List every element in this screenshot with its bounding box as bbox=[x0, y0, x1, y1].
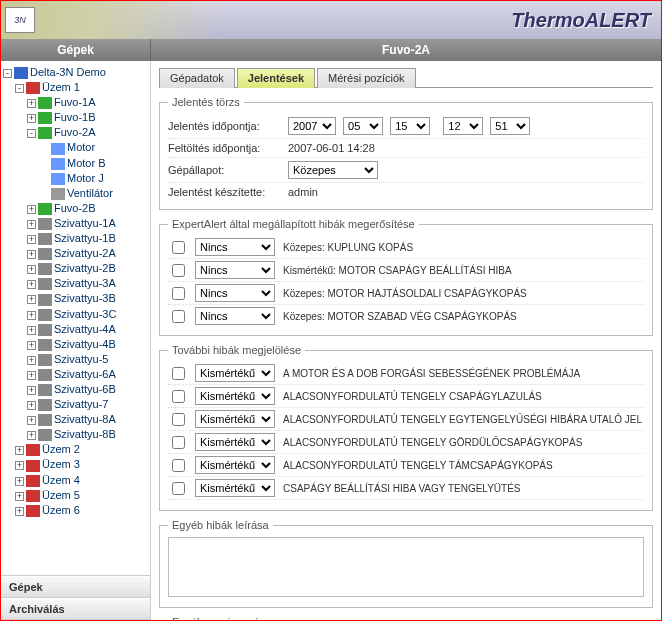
issue-checkbox[interactable] bbox=[172, 264, 185, 277]
textarea-egyeb-hibak[interactable] bbox=[168, 537, 644, 597]
tree-label[interactable]: Szivattyu-3A bbox=[54, 277, 116, 289]
expand-icon[interactable]: + bbox=[15, 446, 24, 455]
issue-severity-select[interactable]: Kismértékű bbox=[195, 456, 275, 474]
tree-label[interactable]: Szivattyu-3B bbox=[54, 292, 116, 304]
tree-sziv3a[interactable]: +Szivattyu-3A bbox=[3, 276, 148, 291]
nav-gepek[interactable]: Gépek bbox=[1, 576, 150, 598]
issue-checkbox[interactable] bbox=[172, 459, 185, 472]
select-year[interactable]: 2007 bbox=[288, 117, 336, 135]
expand-icon[interactable]: + bbox=[27, 311, 36, 320]
tree-sziv4b[interactable]: +Szivattyu-4B bbox=[3, 337, 148, 352]
tree-label[interactable]: Üzem 2 bbox=[42, 443, 80, 455]
select-day[interactable]: 15 bbox=[390, 117, 430, 135]
select-month[interactable]: 05 bbox=[343, 117, 383, 135]
expand-icon[interactable]: + bbox=[27, 295, 36, 304]
tree-sziv1a[interactable]: +Szivattyu-1A bbox=[3, 216, 148, 231]
expand-icon[interactable]: + bbox=[27, 99, 36, 108]
issue-checkbox[interactable] bbox=[172, 310, 185, 323]
tree-sziv3b[interactable]: +Szivattyu-3B bbox=[3, 291, 148, 306]
issue-checkbox[interactable] bbox=[172, 367, 185, 380]
tree-ventilator[interactable]: Ventilátor bbox=[3, 186, 148, 201]
issue-severity-select[interactable]: Nincs bbox=[195, 284, 275, 302]
expand-icon[interactable]: + bbox=[27, 235, 36, 244]
tree-label[interactable]: Szivattyu-1A bbox=[54, 217, 116, 229]
expand-icon[interactable]: + bbox=[27, 220, 36, 229]
tab-jelentesek[interactable]: Jelentések bbox=[237, 68, 315, 88]
issue-severity-select[interactable]: Kismértékű bbox=[195, 364, 275, 382]
issue-severity-select[interactable]: Kismértékű bbox=[195, 410, 275, 428]
issue-checkbox[interactable] bbox=[172, 413, 185, 426]
issue-severity-select[interactable]: Kismértékű bbox=[195, 479, 275, 497]
tree-motorb[interactable]: Motor B bbox=[3, 156, 148, 171]
tree-uzem5[interactable]: +Üzem 5 bbox=[3, 488, 148, 503]
tab-gepadatok[interactable]: Gépadatok bbox=[159, 68, 235, 88]
tree-label[interactable]: Motor bbox=[67, 141, 95, 153]
tree-fuvo2b[interactable]: +Fuvo-2B bbox=[3, 201, 148, 216]
tree-uzem4[interactable]: +Üzem 4 bbox=[3, 473, 148, 488]
issue-checkbox[interactable] bbox=[172, 390, 185, 403]
tree-fuvo2a[interactable]: -Fuvo-2A bbox=[3, 125, 148, 140]
tree-label[interactable]: Szivattyu-1B bbox=[54, 232, 116, 244]
nav-archivalas[interactable]: Archiválás bbox=[1, 598, 150, 620]
expand-icon[interactable]: + bbox=[27, 386, 36, 395]
expert-issue-list[interactable]: NincsKözepes: KUPLUNG KOPÁSNincsKismérté… bbox=[168, 236, 644, 327]
tree-root[interactable]: -Delta-3N Demo bbox=[3, 65, 148, 80]
tree-label[interactable]: Szivattyu-2A bbox=[54, 247, 116, 259]
issue-checkbox[interactable] bbox=[172, 241, 185, 254]
select-minute[interactable]: 51 bbox=[490, 117, 530, 135]
tree-sziv2b[interactable]: +Szivattyu-2B bbox=[3, 261, 148, 276]
tree-label[interactable]: Ventilátor bbox=[67, 187, 113, 199]
tree-uzem6[interactable]: +Üzem 6 bbox=[3, 503, 148, 518]
tree-label[interactable]: Fuvo-2A bbox=[54, 126, 96, 138]
tree-sziv7[interactable]: +Szivattyu-7 bbox=[3, 397, 148, 412]
expand-icon[interactable]: + bbox=[27, 371, 36, 380]
tree-motorj[interactable]: Motor J bbox=[3, 171, 148, 186]
tree-label[interactable]: Szivattyu-5 bbox=[54, 353, 108, 365]
expand-icon[interactable]: + bbox=[27, 280, 36, 289]
expand-icon[interactable]: + bbox=[27, 431, 36, 440]
expand-icon[interactable]: + bbox=[15, 507, 24, 516]
select-hour[interactable]: 12 bbox=[443, 117, 483, 135]
expand-icon[interactable]: + bbox=[27, 265, 36, 274]
expand-icon[interactable]: + bbox=[27, 356, 36, 365]
machine-tree[interactable]: -Delta-3N Demo -Üzem 1 +Fuvo-1A +Fuvo-1B… bbox=[1, 61, 150, 575]
tree-label[interactable]: Motor J bbox=[67, 172, 104, 184]
tree-label[interactable]: Szivattyu-6A bbox=[54, 368, 116, 380]
tree-sziv1b[interactable]: +Szivattyu-1B bbox=[3, 231, 148, 246]
tree-label[interactable]: Üzem 3 bbox=[42, 458, 80, 470]
tree-fuvo1a[interactable]: +Fuvo-1A bbox=[3, 95, 148, 110]
expand-icon[interactable]: + bbox=[27, 326, 36, 335]
issue-checkbox[interactable] bbox=[172, 287, 185, 300]
tree-label[interactable]: Szivattyu-7 bbox=[54, 398, 108, 410]
tree-label[interactable]: Üzem 5 bbox=[42, 489, 80, 501]
issue-severity-select[interactable]: Nincs bbox=[195, 261, 275, 279]
tree-label[interactable]: Szivattyu-4A bbox=[54, 323, 116, 335]
tree-uzem2[interactable]: +Üzem 2 bbox=[3, 442, 148, 457]
expand-icon[interactable]: + bbox=[27, 341, 36, 350]
issue-severity-select[interactable]: Nincs bbox=[195, 307, 275, 325]
tree-label[interactable]: Motor B bbox=[67, 157, 106, 169]
expand-icon[interactable]: + bbox=[27, 401, 36, 410]
tree-sziv6b[interactable]: +Szivattyu-6B bbox=[3, 382, 148, 397]
tree-uzem3[interactable]: +Üzem 3 bbox=[3, 457, 148, 472]
tree-sziv3c[interactable]: +Szivattyu-3C bbox=[3, 307, 148, 322]
expand-icon[interactable]: + bbox=[27, 114, 36, 123]
tree-label[interactable]: Szivattyu-3C bbox=[54, 308, 116, 320]
tree-label[interactable]: Szivattyu-2B bbox=[54, 262, 116, 274]
collapse-icon[interactable]: - bbox=[3, 69, 12, 78]
expand-icon[interactable]: + bbox=[27, 416, 36, 425]
tree-label[interactable]: Delta-3N Demo bbox=[30, 66, 106, 78]
tree-sziv8b[interactable]: +Szivattyu-8B bbox=[3, 427, 148, 442]
issue-checkbox[interactable] bbox=[172, 436, 185, 449]
tree-label[interactable]: Fuvo-1B bbox=[54, 111, 96, 123]
tree-label[interactable]: Szivattyu-6B bbox=[54, 383, 116, 395]
select-gepallapot[interactable]: Közepes bbox=[288, 161, 378, 179]
tree-sziv6a[interactable]: +Szivattyu-6A bbox=[3, 367, 148, 382]
tree-label[interactable]: Fuvo-1A bbox=[54, 96, 96, 108]
tree-sziv8a[interactable]: +Szivattyu-8A bbox=[3, 412, 148, 427]
tree-sziv2a[interactable]: +Szivattyu-2A bbox=[3, 246, 148, 261]
tree-fuvo1b[interactable]: +Fuvo-1B bbox=[3, 110, 148, 125]
tree-label[interactable]: Fuvo-2B bbox=[54, 202, 96, 214]
tree-label[interactable]: Üzem 4 bbox=[42, 474, 80, 486]
issue-severity-select[interactable]: Nincs bbox=[195, 238, 275, 256]
